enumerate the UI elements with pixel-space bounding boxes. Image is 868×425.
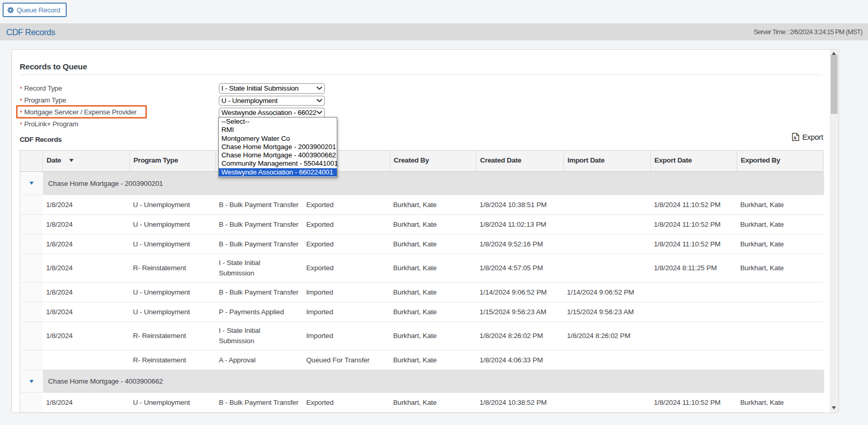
svg-text:x: x — [794, 135, 797, 140]
